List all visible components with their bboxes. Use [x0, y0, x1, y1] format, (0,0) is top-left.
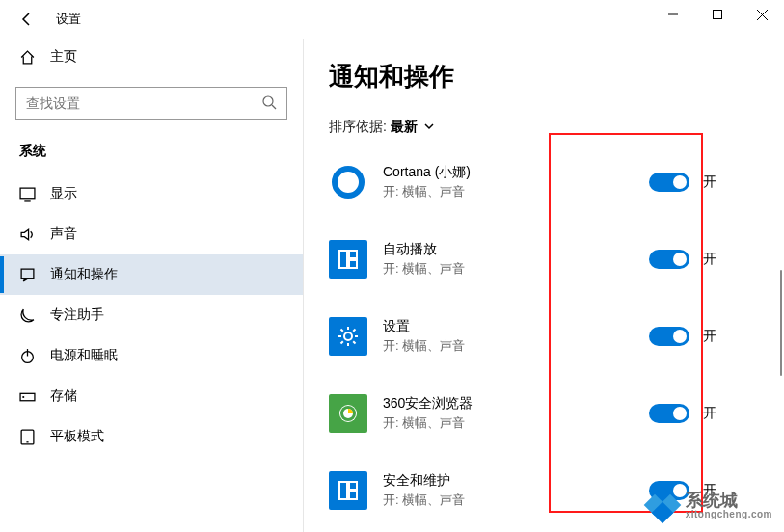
svg-line-26 [353, 330, 355, 332]
storage-icon [19, 388, 37, 405]
toggle-switch[interactable] [649, 250, 689, 269]
sidebar-item-focus-assist[interactable]: 专注助手 [0, 295, 303, 335]
main-content: 通知和操作 排序依据: 最新 Cortana (小娜) 开: 横幅、声音 [304, 39, 784, 532]
svg-line-5 [272, 105, 276, 109]
svg-rect-30 [339, 482, 347, 499]
power-sleep-icon [19, 348, 37, 364]
sidebar-item-display[interactable]: 显示 [0, 173, 303, 214]
search-input[interactable] [26, 95, 261, 111]
sidebar: 主页 系统 显示 声音 通知和操作 [0, 39, 304, 532]
autoplay-icon [329, 240, 367, 279]
window-title: 设置 [56, 11, 81, 28]
app-row-cortana[interactable]: Cortana (小娜) 开: 横幅、声音 开 [329, 153, 784, 211]
svg-rect-6 [20, 188, 35, 199]
search-icon [261, 94, 277, 113]
home-label: 主页 [50, 48, 77, 66]
scrollbar[interactable] [780, 270, 782, 376]
notifications-icon [19, 267, 37, 283]
maximize-button[interactable] [695, 0, 740, 29]
minimize-button[interactable] [651, 0, 695, 29]
cortana-icon [332, 166, 365, 199]
app-name: 360安全浏览器 [383, 395, 649, 412]
back-button[interactable] [17, 10, 37, 29]
section-header-system: 系统 [0, 137, 303, 173]
home-nav-item[interactable]: 主页 [0, 39, 303, 75]
svg-rect-15 [339, 251, 347, 268]
app-name: 设置 [383, 318, 649, 335]
app-name: Cortana (小娜) [383, 164, 649, 181]
sidebar-item-label: 声音 [50, 226, 77, 243]
toggle-switch[interactable] [649, 173, 689, 192]
window-controls [651, 0, 784, 29]
tablet-mode-icon [19, 429, 37, 445]
sidebar-item-label: 专注助手 [50, 306, 104, 324]
settings-icon [329, 317, 367, 356]
toggle-state-label: 开 [703, 482, 716, 499]
toggle-switch[interactable] [649, 404, 689, 423]
app-notification-list: Cortana (小娜) 开: 横幅、声音 开 自动播放 开: 横幅、声音 [329, 153, 784, 519]
sidebar-item-storage[interactable]: 存储 [0, 376, 303, 416]
svg-rect-8 [21, 269, 34, 279]
app-row-security-maintenance[interactable]: 安全和维护 开: 横幅、声音 开 [329, 462, 784, 519]
toggle-switch[interactable] [649, 481, 689, 500]
app-name: 自动播放 [383, 241, 649, 258]
app-sub: 开: 横幅、声音 [383, 183, 649, 200]
security-icon [329, 471, 367, 510]
sort-value-text: 最新 [391, 119, 418, 136]
toggle-state-label: 开 [703, 328, 716, 345]
search-box[interactable] [15, 87, 287, 120]
sound-icon [19, 226, 37, 243]
svg-rect-31 [349, 482, 357, 490]
svg-line-25 [341, 341, 343, 343]
sidebar-item-label: 电源和睡眠 [50, 347, 118, 364]
svg-point-4 [263, 96, 273, 106]
app-sub: 开: 横幅、声音 [383, 260, 649, 278]
chevron-down-icon [423, 120, 435, 135]
app-sub: 开: 横幅、声音 [383, 414, 649, 432]
sidebar-item-power-sleep[interactable]: 电源和睡眠 [0, 335, 303, 376]
sidebar-item-label: 通知和操作 [50, 266, 118, 283]
svg-rect-32 [349, 492, 357, 499]
svg-rect-1 [714, 11, 722, 19]
home-icon [19, 49, 37, 66]
sidebar-item-label: 存储 [50, 387, 77, 405]
sort-label: 排序依据: [329, 119, 387, 136]
toggle-state-label: 开 [703, 251, 716, 268]
sidebar-item-tablet-mode[interactable]: 平板模式 [0, 416, 303, 457]
sidebar-item-notifications[interactable]: 通知和操作 [0, 254, 303, 295]
sidebar-item-label: 平板模式 [50, 428, 104, 445]
svg-rect-16 [349, 251, 357, 258]
toggle-state-label: 开 [703, 173, 716, 191]
sort-dropdown[interactable]: 最新 [391, 119, 435, 136]
close-button[interactable] [740, 0, 784, 29]
svg-point-18 [344, 332, 352, 340]
sort-row[interactable]: 排序依据: 最新 [329, 119, 784, 136]
app-sub: 开: 横幅、声音 [383, 337, 649, 355]
toggle-switch[interactable] [649, 327, 689, 346]
360browser-icon [329, 394, 367, 433]
display-icon [19, 186, 37, 202]
app-name: 安全和维护 [383, 472, 649, 490]
sidebar-item-sound[interactable]: 声音 [0, 214, 303, 254]
svg-line-24 [353, 341, 355, 343]
app-sub: 开: 横幅、声音 [383, 492, 649, 509]
sidebar-item-label: 显示 [50, 185, 77, 202]
app-row-360browser[interactable]: 360安全浏览器 开: 横幅、声音 开 [329, 385, 784, 442]
app-row-settings[interactable]: 设置 开: 横幅、声音 开 [329, 307, 784, 365]
page-title: 通知和操作 [329, 39, 784, 93]
toggle-state-label: 开 [703, 405, 716, 422]
focus-assist-icon [19, 307, 37, 324]
svg-point-12 [22, 395, 24, 397]
svg-line-23 [341, 330, 343, 332]
svg-rect-17 [349, 260, 357, 268]
app-row-autoplay[interactable]: 自动播放 开: 横幅、声音 开 [329, 230, 784, 288]
